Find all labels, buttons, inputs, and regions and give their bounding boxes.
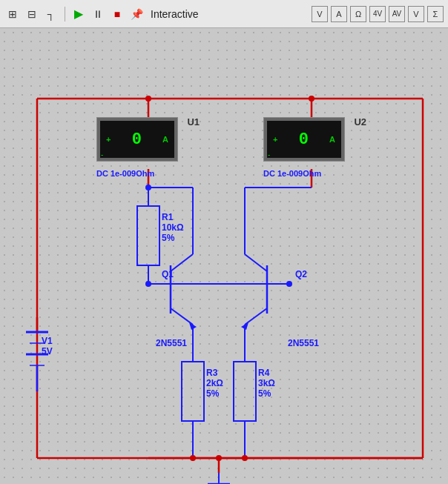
voltmeter-u2[interactable]: + 0 A - U2 [263, 117, 345, 162]
voltmeter-u1-display: + 0 A [100, 121, 174, 158]
v1-label: V1 5V [42, 336, 53, 357]
toolbar: ⊞ ⊟ ┐ ▶ ⏸ ■ 📌 Interactive V A Ω 4V AV V … [0, 0, 448, 28]
voltmeter-u2-display: + 0 A [267, 121, 341, 158]
voltmeter-u1-plus: + [106, 135, 111, 144]
pause-button[interactable]: ⏸ [90, 6, 106, 22]
svg-rect-7 [137, 206, 159, 265]
q2-label: Q2 [295, 269, 307, 279]
svg-point-45 [190, 455, 196, 461]
sigma-icon[interactable]: Σ [427, 6, 444, 22]
svg-rect-31 [234, 362, 256, 421]
r3-label: R3 2kΩ 5% [206, 368, 223, 399]
svg-rect-20 [182, 362, 204, 421]
v2-icon[interactable]: V [408, 6, 424, 22]
amp-icon[interactable]: A [331, 6, 347, 22]
r4-label: R4 3kΩ 5% [258, 368, 275, 399]
voltmeter-u2-value: 0 [299, 130, 309, 149]
voltmeter-u2-id: U2 [354, 116, 366, 127]
q1-label: Q1 [162, 269, 174, 279]
voltmeter-u2-plus: + [273, 135, 277, 144]
svg-point-46 [242, 455, 248, 461]
grid-icon[interactable]: ⊞ [4, 6, 21, 22]
voltmeter-u1[interactable]: + 0 A - U1 [96, 117, 178, 162]
voltmeter-u1-dc: DC 1e-009Ohm [96, 169, 154, 178]
r1-label: R1 10kΩ 5% [162, 212, 184, 243]
svg-point-47 [145, 185, 151, 190]
voltmeter-u1-id: U1 [187, 116, 200, 127]
voltmeter-u1-value: 0 [132, 130, 142, 149]
voltmeter-u1-minus: - [101, 150, 103, 159]
voltmeter-u1-a: A [162, 135, 168, 144]
svg-line-25 [245, 254, 267, 271]
svg-line-26 [245, 308, 267, 325]
play-button[interactable]: ▶ [70, 6, 87, 22]
voltmeter-u2-minus: - [268, 150, 270, 159]
av-icon[interactable]: AV [389, 6, 405, 22]
4v-icon[interactable]: 4V [369, 6, 386, 22]
q2-model: 2N5551 [288, 338, 319, 348]
volt-icon[interactable]: V [312, 6, 328, 22]
pin-icon[interactable]: 📌 [128, 6, 145, 22]
ohm-icon[interactable]: Ω [350, 6, 366, 22]
svg-point-44 [216, 455, 222, 461]
q1-model: 2N5551 [156, 338, 187, 348]
toolbar-right: V A Ω 4V AV V Σ [312, 6, 444, 22]
component-icon[interactable]: ⊟ [24, 6, 40, 22]
wire-icon[interactable]: ┐ [43, 6, 59, 22]
stop-button[interactable]: ■ [109, 6, 125, 22]
voltmeter-u2-a: A [329, 135, 335, 144]
mode-label: Interactive [151, 8, 199, 20]
svg-line-15 [171, 308, 193, 325]
circuit-diagram [0, 28, 448, 484]
voltmeter-u2-dc: DC 1e-009Ohm [263, 169, 321, 178]
circuit-canvas[interactable]: + 0 A - U1 DC 1e-009Ohm + 0 A - U2 DC 1e… [0, 28, 448, 484]
separator [65, 7, 65, 21]
svg-line-14 [171, 254, 193, 271]
